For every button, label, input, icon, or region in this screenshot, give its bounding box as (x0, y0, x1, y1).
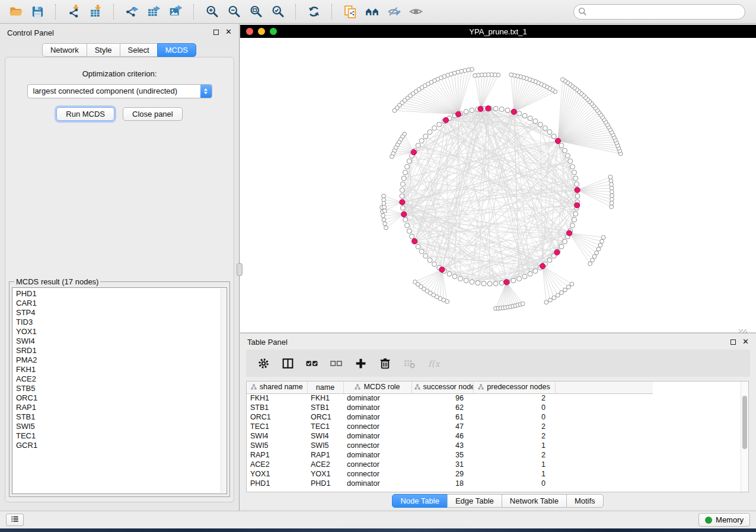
export-table-button[interactable] (144, 2, 163, 21)
mcds-result-item[interactable]: STB1 (12, 412, 227, 422)
cell-successor-nodes[interactable]: 29 (412, 469, 473, 479)
table-scrollbar-thumb[interactable] (742, 396, 747, 449)
cell-predecessor-nodes[interactable]: 2 (473, 450, 555, 460)
cell-predecessor-nodes[interactable]: 2 (473, 431, 555, 441)
cell-shared-name[interactable]: RAP1 (247, 450, 307, 460)
table-row[interactable]: FKH1FKH1dominator962 (247, 393, 653, 403)
cell-mcds-role[interactable]: dominator (343, 431, 412, 441)
cell-shared-name[interactable]: PHD1 (247, 479, 307, 488)
zoom-selected-button[interactable] (268, 2, 287, 21)
column-header-name[interactable]: name (307, 382, 343, 393)
cell-mcds-role[interactable]: connector (343, 460, 412, 469)
float-panel-icon[interactable] (731, 339, 736, 345)
cell-name[interactable]: ACE2 (307, 460, 343, 469)
create-column-button[interactable] (353, 355, 368, 371)
mcds-result-item[interactable]: SWI5 (12, 422, 227, 431)
cell-name[interactable]: SWI5 (307, 441, 343, 450)
table-row[interactable]: YOX1YOX1connector291 (247, 469, 653, 479)
tab-select[interactable]: Select (120, 43, 158, 57)
apply-preferred-layout-button[interactable] (304, 2, 323, 21)
cell-predecessor-nodes[interactable]: 0 (473, 412, 555, 422)
table-row[interactable]: ORC1ORC1dominator610 (247, 412, 653, 422)
cell-name[interactable]: STB1 (307, 403, 343, 412)
mcds-result-item[interactable]: ACE2 (12, 374, 227, 384)
cell-name[interactable]: PHD1 (307, 479, 343, 488)
cell-predecessor-nodes[interactable]: 0 (473, 403, 555, 412)
cell-shared-name[interactable]: SWI4 (247, 431, 307, 441)
cell-mcds-role[interactable]: connector (343, 422, 412, 431)
table-options-button[interactable] (256, 355, 271, 371)
cell-successor-nodes[interactable]: 43 (412, 441, 473, 450)
show-all-button[interactable] (406, 2, 425, 21)
traffic-light-minimize[interactable] (258, 28, 265, 35)
cell-mcds-role[interactable]: dominator (343, 450, 412, 460)
cell-predecessor-nodes[interactable]: 2 (473, 393, 555, 403)
zoom-fit-button[interactable] (246, 2, 265, 21)
cell-shared-name[interactable]: FKH1 (247, 393, 307, 403)
cell-name[interactable]: SWI4 (307, 431, 343, 441)
tab-style[interactable]: Style (87, 43, 120, 57)
tab-network-table[interactable]: Network Table (502, 494, 567, 508)
criterion-dropdown[interactable]: largest connected component (undirected) (27, 84, 212, 98)
mcds-result-item[interactable]: SRD1 (12, 346, 227, 355)
cell-mcds-role[interactable]: dominator (343, 403, 412, 412)
cell-successor-nodes[interactable]: 35 (412, 450, 473, 460)
cell-successor-nodes[interactable]: 61 (412, 412, 473, 422)
cell-successor-nodes[interactable]: 46 (412, 431, 473, 441)
cell-shared-name[interactable]: STB1 (247, 403, 307, 412)
search-input[interactable] (573, 4, 745, 20)
mcds-result-item[interactable]: STP4 (12, 308, 227, 318)
show-column-button[interactable] (280, 355, 295, 371)
mcds-result-item[interactable]: CAR1 (12, 299, 227, 308)
table-row[interactable]: RAP1RAP1dominator352 (247, 450, 653, 460)
cell-name[interactable]: RAP1 (307, 450, 343, 460)
mcds-result-item[interactable]: PMA2 (12, 355, 227, 365)
table-row[interactable]: SWI4SWI4dominator462 (247, 431, 653, 441)
zoom-in-button[interactable] (202, 2, 221, 21)
mcds-result-item[interactable]: ORC1 (12, 393, 227, 403)
mcds-result-item[interactable]: TID3 (12, 318, 227, 327)
cell-successor-nodes[interactable]: 96 (412, 393, 473, 403)
save-session-button[interactable] (28, 2, 47, 21)
table-row[interactable]: PHD1PHD1dominator180 (247, 479, 653, 488)
cell-shared-name[interactable]: ORC1 (247, 412, 307, 422)
table-row[interactable]: TEC1TEC1connector472 (247, 422, 653, 431)
vertical-splitter-handle[interactable] (237, 263, 243, 276)
zoom-out-button[interactable] (224, 2, 243, 21)
list-scrollbar[interactable] (221, 289, 226, 493)
column-header-predecessor-nodes[interactable]: predecessor nodes (473, 382, 555, 393)
mcds-result-item[interactable]: YOX1 (12, 327, 227, 336)
mcds-result-item[interactable]: GCR1 (12, 441, 227, 450)
column-header-successor-nodes[interactable]: successor nodes∨ (412, 382, 473, 393)
table-row[interactable]: SWI5SWI5connector431 (247, 441, 653, 450)
first-neighbors-button[interactable] (362, 2, 381, 21)
cell-name[interactable]: ORC1 (307, 412, 343, 422)
cell-name[interactable]: FKH1 (307, 393, 343, 403)
mcds-result-item[interactable]: PHD1 (12, 289, 227, 299)
tab-mcds[interactable]: MCDS (157, 43, 196, 57)
network-canvas[interactable] (240, 38, 756, 332)
run-mcds-button[interactable]: Run MCDS (56, 107, 114, 121)
traffic-light-zoom[interactable] (270, 28, 277, 35)
cell-successor-nodes[interactable]: 62 (412, 403, 473, 412)
hide-selected-button[interactable] (384, 2, 403, 21)
cell-successor-nodes[interactable]: 31 (412, 460, 473, 469)
import-network-button[interactable] (64, 2, 83, 21)
table-scrollbar[interactable] (741, 382, 748, 492)
export-image-button[interactable] (166, 2, 185, 21)
mcds-result-list[interactable]: PHD1CAR1STP4TID3YOX1SWI4SRD1PMA2FKH1ACE2… (12, 287, 227, 494)
tab-node-table[interactable]: Node Table (392, 494, 448, 508)
tab-motifs[interactable]: Motifs (566, 494, 604, 508)
traffic-light-close[interactable] (246, 28, 253, 35)
table-row[interactable]: ACE2ACE2connector311 (247, 460, 653, 469)
unselect-all-columns-button[interactable] (328, 355, 344, 371)
cell-mcds-role[interactable]: dominator (343, 479, 412, 488)
cell-name[interactable]: YOX1 (307, 469, 343, 479)
cell-successor-nodes[interactable]: 18 (412, 479, 473, 488)
cell-predecessor-nodes[interactable]: 1 (473, 441, 555, 450)
mcds-result-item[interactable]: TEC1 (12, 431, 227, 441)
delete-columns-button[interactable] (377, 355, 393, 371)
tab-network[interactable]: Network (42, 43, 87, 57)
cell-mcds-role[interactable]: connector (343, 469, 412, 479)
cell-successor-nodes[interactable]: 47 (412, 422, 473, 431)
